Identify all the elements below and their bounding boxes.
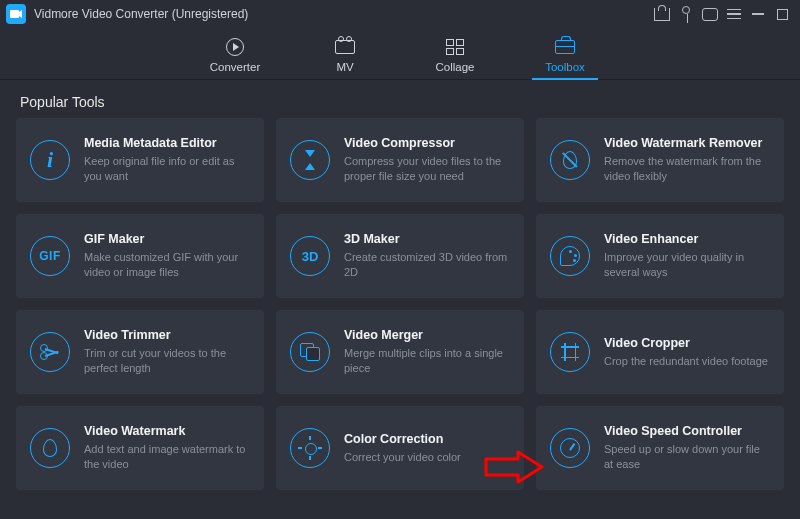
tool-video-trimmer[interactable]: Video Trimmer Trim or cut your videos to…: [16, 310, 264, 394]
watermark-remove-icon: [550, 140, 590, 180]
sun-icon: [290, 428, 330, 468]
tool-desc: Correct your video color: [344, 450, 510, 465]
tab-converter[interactable]: Converter: [206, 37, 264, 79]
tool-video-cropper[interactable]: Video Cropper Crop the redundant video f…: [536, 310, 784, 394]
tool-video-speed-controller[interactable]: Video Speed Controller Speed up or slow …: [536, 406, 784, 490]
app-title: Vidmore Video Converter (Unregistered): [34, 7, 248, 21]
tool-desc: Crop the redundant video footage: [604, 354, 770, 369]
tool-3d-maker[interactable]: 3D 3D Maker Create customized 3D video f…: [276, 214, 524, 298]
tool-title: Video Watermark Remover: [604, 136, 770, 150]
merge-icon: [290, 332, 330, 372]
purchase-icon[interactable]: [650, 2, 674, 26]
tool-desc: Add text and image watermark to the vide…: [84, 442, 250, 472]
tool-video-merger[interactable]: Video Merger Merge multiple clips into a…: [276, 310, 524, 394]
scissors-icon: [30, 332, 70, 372]
tool-desc: Merge multiple clips into a single piece: [344, 346, 510, 376]
tab-collage[interactable]: Collage: [426, 37, 484, 79]
window-maximize-icon[interactable]: [770, 2, 794, 26]
tool-desc: Trim or cut your videos to the perfect l…: [84, 346, 250, 376]
tab-label: Collage: [436, 61, 475, 73]
tool-desc: Make customized GIF with your video or i…: [84, 250, 250, 280]
tool-watermark-remover[interactable]: Video Watermark Remover Remove the water…: [536, 118, 784, 202]
tool-title: 3D Maker: [344, 232, 510, 246]
speed-icon: [550, 428, 590, 468]
tool-title: Video Speed Controller: [604, 424, 770, 438]
tool-title: Media Metadata Editor: [84, 136, 250, 150]
tool-video-enhancer[interactable]: Video Enhancer Improve your video qualit…: [536, 214, 784, 298]
tool-desc: Create customized 3D video from 2D: [344, 250, 510, 280]
converter-icon: [225, 37, 245, 57]
tool-title: Video Cropper: [604, 336, 770, 350]
gif-icon: GIF: [30, 236, 70, 276]
drop-icon: [30, 428, 70, 468]
tool-title: Color Correction: [344, 432, 510, 446]
register-key-icon[interactable]: [674, 2, 698, 26]
svg-rect-0: [10, 10, 19, 18]
tool-desc: Compress your video files to the proper …: [344, 154, 510, 184]
tool-media-metadata-editor[interactable]: i Media Metadata Editor Keep original fi…: [16, 118, 264, 202]
tool-title: Video Watermark: [84, 424, 250, 438]
section-heading: Popular Tools: [0, 80, 800, 118]
tool-desc: Keep original file info or edit as you w…: [84, 154, 250, 184]
tool-grid: i Media Metadata Editor Keep original fi…: [0, 118, 800, 506]
three-d-icon: 3D: [290, 236, 330, 276]
titlebar: Vidmore Video Converter (Unregistered): [0, 0, 800, 28]
tool-title: Video Merger: [344, 328, 510, 342]
palette-icon: [550, 236, 590, 276]
app-logo-icon: [6, 4, 26, 24]
tool-desc: Remove the watermark from the video flex…: [604, 154, 770, 184]
compress-icon: [290, 140, 330, 180]
tool-video-compressor[interactable]: Video Compressor Compress your video fil…: [276, 118, 524, 202]
tab-label: Converter: [210, 61, 261, 73]
tool-title: GIF Maker: [84, 232, 250, 246]
tab-label: MV: [336, 61, 353, 73]
window-minimize-icon[interactable]: [746, 2, 770, 26]
crop-icon: [550, 332, 590, 372]
tool-gif-maker[interactable]: GIF GIF Maker Make customized GIF with y…: [16, 214, 264, 298]
tab-label: Toolbox: [545, 61, 585, 73]
collage-icon: [445, 37, 465, 57]
tab-toolbox[interactable]: Toolbox: [536, 37, 594, 79]
feedback-icon[interactable]: [698, 2, 722, 26]
tab-mv[interactable]: MV: [316, 37, 374, 79]
tool-title: Video Compressor: [344, 136, 510, 150]
mv-icon: [335, 37, 355, 57]
menu-icon[interactable]: [722, 2, 746, 26]
main-nav: Converter MV Collage Toolbox: [0, 28, 800, 80]
tool-title: Video Enhancer: [604, 232, 770, 246]
tool-color-correction[interactable]: Color Correction Correct your video colo…: [276, 406, 524, 490]
toolbox-icon: [555, 37, 575, 57]
info-icon: i: [30, 140, 70, 180]
tool-desc: Improve your video quality in several wa…: [604, 250, 770, 280]
tool-video-watermark[interactable]: Video Watermark Add text and image water…: [16, 406, 264, 490]
tool-title: Video Trimmer: [84, 328, 250, 342]
tool-desc: Speed up or slow down your file at ease: [604, 442, 770, 472]
